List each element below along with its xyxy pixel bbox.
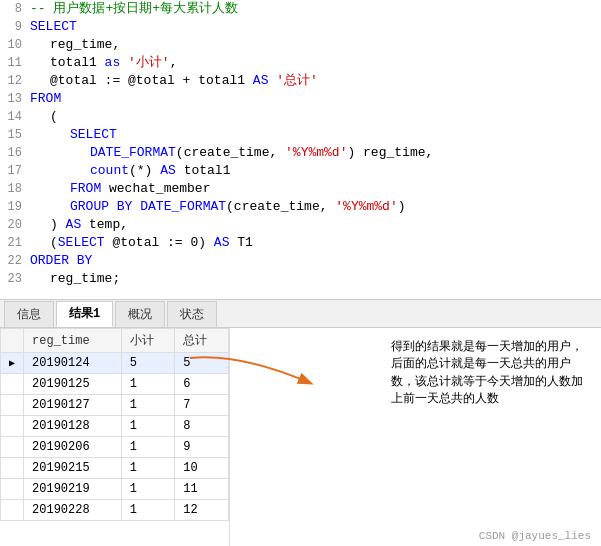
tab-状态[interactable]: 状态 bbox=[167, 301, 217, 327]
cell-subtotal: 1 bbox=[121, 458, 175, 479]
row-indicator: ▶ bbox=[1, 353, 24, 374]
code-line: 20) AS temp, bbox=[0, 216, 601, 234]
code-line: 21(SELECT @total := 0) AS T1 bbox=[0, 234, 601, 252]
code-line: 16DATE_FORMAT(create_time, '%Y%m%d') reg… bbox=[0, 144, 601, 162]
code-line: 14( bbox=[0, 108, 601, 126]
row-indicator bbox=[1, 437, 24, 458]
col-header-小计: 小计 bbox=[121, 329, 175, 353]
line-code: ORDER BY bbox=[30, 252, 601, 270]
results-area: reg_time小计总计 ▶20190124552019012516201901… bbox=[0, 328, 601, 546]
code-line: 10reg_time, bbox=[0, 36, 601, 54]
code-line: 12@total := @total + total1 AS '总计' bbox=[0, 72, 601, 90]
line-number: 22 bbox=[0, 252, 30, 270]
tab-概况[interactable]: 概况 bbox=[115, 301, 165, 327]
cell-reg-time: 20190124 bbox=[24, 353, 122, 374]
line-code: reg_time; bbox=[30, 270, 601, 288]
cell-reg-time: 20190228 bbox=[24, 500, 122, 521]
line-number: 13 bbox=[0, 90, 30, 108]
line-number: 10 bbox=[0, 36, 30, 54]
line-number: 23 bbox=[0, 270, 30, 288]
cell-reg-time: 20190219 bbox=[24, 479, 122, 500]
line-code: ) AS temp, bbox=[30, 216, 601, 234]
table-row: 20190228112 bbox=[1, 500, 229, 521]
line-code: count(*) AS total1 bbox=[30, 162, 601, 180]
code-line: 19GROUP BY DATE_FORMAT(create_time, '%Y%… bbox=[0, 198, 601, 216]
code-line: 13FROM bbox=[0, 90, 601, 108]
row-indicator bbox=[1, 416, 24, 437]
line-number: 15 bbox=[0, 126, 30, 144]
cell-subtotal: 1 bbox=[121, 395, 175, 416]
line-code: (SELECT @total := 0) AS T1 bbox=[30, 234, 601, 252]
line-code: FROM bbox=[30, 90, 601, 108]
cell-total: 8 bbox=[175, 416, 229, 437]
code-line: 8-- 用户数据+按日期+每大累计人数 bbox=[0, 0, 601, 18]
cell-total: 10 bbox=[175, 458, 229, 479]
cell-subtotal: 1 bbox=[121, 479, 175, 500]
table-row: 2019020619 bbox=[1, 437, 229, 458]
line-code: @total := @total + total1 AS '总计' bbox=[30, 72, 601, 90]
cell-reg-time: 20190128 bbox=[24, 416, 122, 437]
cell-total: 11 bbox=[175, 479, 229, 500]
line-code: -- 用户数据+按日期+每大累计人数 bbox=[30, 0, 601, 18]
cell-subtotal: 1 bbox=[121, 374, 175, 395]
line-code: FROM wechat_member bbox=[30, 180, 601, 198]
line-number: 17 bbox=[0, 162, 30, 180]
cell-reg-time: 20190206 bbox=[24, 437, 122, 458]
code-line: 9SELECT bbox=[0, 18, 601, 36]
cell-total: 12 bbox=[175, 500, 229, 521]
annotation-bubble: 得到的结果就是每一天增加的用户，后面的总计就是每一天总共的用户数，该总计就等于今… bbox=[391, 338, 591, 407]
line-code: reg_time, bbox=[30, 36, 601, 54]
table-row: 2019012818 bbox=[1, 416, 229, 437]
col-header-reg_time: reg_time bbox=[24, 329, 122, 353]
code-table: 8-- 用户数据+按日期+每大累计人数9SELECT10reg_time,11t… bbox=[0, 0, 601, 288]
cell-subtotal: 5 bbox=[121, 353, 175, 374]
line-number: 20 bbox=[0, 216, 30, 234]
line-code: SELECT bbox=[30, 18, 601, 36]
code-line: 23reg_time; bbox=[0, 270, 601, 288]
line-code: SELECT bbox=[30, 126, 601, 144]
line-code: ( bbox=[30, 108, 601, 126]
code-line: 22ORDER BY bbox=[0, 252, 601, 270]
row-indicator bbox=[1, 479, 24, 500]
watermark: CSDN @jayues_lies bbox=[479, 530, 591, 542]
cell-total: 9 bbox=[175, 437, 229, 458]
cell-reg-time: 20190127 bbox=[24, 395, 122, 416]
line-code: total1 as '小计', bbox=[30, 54, 601, 72]
cell-subtotal: 1 bbox=[121, 416, 175, 437]
row-indicator bbox=[1, 395, 24, 416]
line-number: 16 bbox=[0, 144, 30, 162]
code-line: 11total1 as '小计', bbox=[0, 54, 601, 72]
table-row: 20190219111 bbox=[1, 479, 229, 500]
code-line: 15SELECT bbox=[0, 126, 601, 144]
line-number: 14 bbox=[0, 108, 30, 126]
code-editor: 8-- 用户数据+按日期+每大累计人数9SELECT10reg_time,11t… bbox=[0, 0, 601, 300]
tab-信息[interactable]: 信息 bbox=[4, 301, 54, 327]
cell-reg-time: 20190125 bbox=[24, 374, 122, 395]
cell-subtotal: 1 bbox=[121, 500, 175, 521]
line-number: 21 bbox=[0, 234, 30, 252]
row-indicator bbox=[1, 500, 24, 521]
line-code: DATE_FORMAT(create_time, '%Y%m%d') reg_t… bbox=[30, 144, 601, 162]
tabs-bar: 信息结果1概况状态 bbox=[0, 300, 601, 328]
cell-subtotal: 1 bbox=[121, 437, 175, 458]
line-number: 12 bbox=[0, 72, 30, 90]
line-number: 9 bbox=[0, 18, 30, 36]
tab-结果1[interactable]: 结果1 bbox=[56, 301, 113, 327]
table-row: 20190215110 bbox=[1, 458, 229, 479]
line-code: GROUP BY DATE_FORMAT(create_time, '%Y%m%… bbox=[30, 198, 601, 216]
line-number: 19 bbox=[0, 198, 30, 216]
code-line: 18FROM wechat_member bbox=[0, 180, 601, 198]
annotation-text: 得到的结果就是每一天增加的用户，后面的总计就是每一天总共的用户数，该总计就等于今… bbox=[391, 340, 583, 405]
line-number: 8 bbox=[0, 0, 30, 18]
cell-reg-time: 20190215 bbox=[24, 458, 122, 479]
row-indicator bbox=[1, 374, 24, 395]
annotation-arrow bbox=[180, 348, 300, 408]
code-line: 17count(*) AS total1 bbox=[0, 162, 601, 180]
row-indicator bbox=[1, 458, 24, 479]
line-number: 11 bbox=[0, 54, 30, 72]
line-number: 18 bbox=[0, 180, 30, 198]
